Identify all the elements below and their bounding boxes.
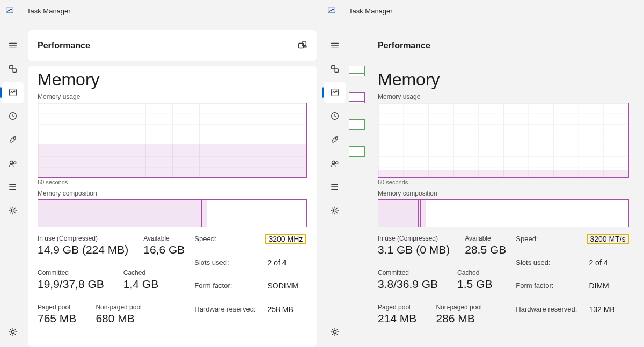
memory-panel: Memory Memory usage 60 seconds Memory co… <box>371 66 639 347</box>
cpu-thumb[interactable] <box>349 66 365 76</box>
details-tab[interactable] <box>2 176 24 198</box>
performance-tab[interactable] <box>2 82 24 103</box>
hamburger-button[interactable] <box>2 34 24 56</box>
performance-tab[interactable] <box>324 82 346 103</box>
nonpaged-pool-stat: Non-paged pool680 MB <box>96 303 141 325</box>
memory-composition-chart <box>38 199 307 227</box>
committed-stat: Committed19,9/37,8 GB <box>38 269 104 291</box>
memory-usage-chart <box>38 103 307 178</box>
history-tab[interactable] <box>2 105 24 127</box>
users-tab[interactable] <box>2 153 24 174</box>
speed-value: 3200 MHz <box>267 235 304 255</box>
titlebar: Task Manager <box>322 0 644 21</box>
processes-tab[interactable] <box>324 58 346 79</box>
in-use-stat: In use (Compressed) 14,9 GB (224 MB) <box>38 235 128 256</box>
sidebar <box>322 21 348 347</box>
hamburger-button[interactable] <box>324 34 346 56</box>
taskmgr-icon <box>327 6 336 15</box>
cached-stat: Cached1.5 GB <box>457 269 492 291</box>
memory-panel: Memory Memory usage 60 seconds Memory co… <box>28 66 317 347</box>
hw-details: Speed:3200 MT/s Slots used:2 of 4 Form f… <box>516 235 626 325</box>
taskmgr-window-right: Task Manager Performance Memory M <box>322 0 644 347</box>
page-title: Memory <box>38 70 307 90</box>
users-tab[interactable] <box>324 153 346 174</box>
taskmgr-icon <box>5 6 14 15</box>
titlebar: Task Manager <box>0 0 322 21</box>
usage-chart-label: Memory usage <box>38 93 307 100</box>
services-tab[interactable] <box>2 200 24 221</box>
memory-usage-chart <box>378 103 629 178</box>
settings-button[interactable] <box>324 321 346 343</box>
disk-thumb[interactable] <box>349 119 365 130</box>
resource-thumbnails[interactable] <box>349 66 365 157</box>
section-title: Performance <box>378 41 430 50</box>
processes-tab[interactable] <box>2 58 24 79</box>
section-title: Performance <box>38 41 90 50</box>
section-header: Performance <box>28 30 317 61</box>
app-title: Task Manager <box>27 7 71 15</box>
services-tab[interactable] <box>324 200 346 221</box>
chart-axis-label: 60 seconds <box>38 179 307 185</box>
memory-thumb[interactable] <box>349 92 365 103</box>
startup-tab[interactable] <box>324 129 346 150</box>
section-header: Performance <box>371 30 639 61</box>
taskmgr-window-left: Task Manager Performance Memory Memory u… <box>0 0 322 347</box>
speed-value: 3200 MT/s <box>589 235 626 255</box>
paged-pool-stat: Paged pool765 MB <box>38 303 76 325</box>
available-stat: Available 28.5 GB <box>465 235 506 256</box>
settings-button[interactable] <box>2 321 24 343</box>
startup-tab[interactable] <box>2 129 24 150</box>
history-tab[interactable] <box>324 105 346 127</box>
committed-stat: Committed3.8/36.9 GB <box>378 269 438 291</box>
composition-label: Memory composition <box>378 190 629 197</box>
app-title: Task Manager <box>349 7 393 15</box>
hw-details: Speed:3200 MHz Slots used:2 of 4 Form fa… <box>194 235 304 325</box>
paged-pool-stat: Paged pool214 MB <box>378 303 416 325</box>
page-title: Memory <box>378 70 629 90</box>
available-stat: Available 16,6 GB <box>143 235 185 256</box>
chart-axis-label: 60 seconds <box>378 179 629 185</box>
in-use-stat: In use (Compressed) 3.1 GB (0 MB) <box>378 235 450 256</box>
details-tab[interactable] <box>324 176 346 198</box>
memory-composition-chart <box>378 199 629 227</box>
nonpaged-pool-stat: Non-paged pool286 MB <box>436 303 481 325</box>
sidebar <box>0 21 26 347</box>
composition-label: Memory composition <box>38 190 307 197</box>
usage-chart-label: Memory usage <box>378 93 629 100</box>
network-thumb[interactable] <box>349 146 365 157</box>
run-new-task-icon[interactable] <box>297 41 307 50</box>
cached-stat: Cached1,4 GB <box>123 269 158 291</box>
